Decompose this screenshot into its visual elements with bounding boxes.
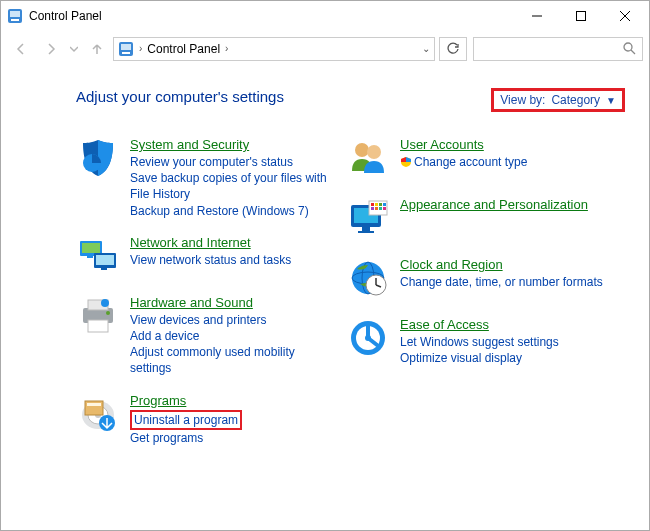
svg-rect-18: [101, 268, 107, 270]
control-panel-crumb-icon: [118, 41, 134, 57]
view-by-value: Category: [551, 93, 600, 107]
maximize-button[interactable]: [559, 2, 603, 30]
close-button[interactable]: [603, 2, 647, 30]
svg-rect-35: [358, 231, 374, 233]
category-title-link[interactable]: Hardware and Sound: [130, 295, 253, 310]
svg-rect-44: [383, 207, 386, 210]
svg-rect-38: [375, 203, 378, 206]
svg-rect-43: [379, 207, 382, 210]
network-icon: [76, 235, 120, 279]
svg-point-31: [367, 145, 381, 159]
task-link[interactable]: Change date, time, or number formats: [400, 274, 629, 290]
svg-rect-17: [87, 256, 93, 258]
svg-rect-28: [87, 403, 101, 406]
task-link[interactable]: Adjust commonly used mobility settings: [130, 344, 336, 376]
category-title-link[interactable]: Network and Internet: [130, 235, 251, 250]
address-dropdown-icon[interactable]: ⌄: [422, 43, 430, 54]
category-clock-region: Clock and Region Change date, time, or n…: [346, 257, 629, 301]
forward-button[interactable]: [37, 36, 65, 62]
clock-icon: [346, 257, 390, 301]
up-button[interactable]: [83, 36, 111, 62]
highlight-box: Uninstall a program: [130, 410, 242, 430]
svg-rect-21: [88, 320, 108, 332]
svg-rect-40: [383, 203, 386, 206]
task-link[interactable]: Change account type: [400, 154, 629, 170]
search-icon: [623, 42, 636, 55]
task-link[interactable]: Review your computer's status: [130, 154, 336, 170]
svg-rect-4: [577, 12, 586, 21]
svg-rect-16: [96, 255, 114, 265]
svg-rect-42: [375, 207, 378, 210]
task-link[interactable]: Let Windows suggest settings: [400, 334, 629, 350]
page-title: Adjust your computer's settings: [76, 88, 284, 105]
svg-rect-34: [362, 227, 370, 231]
task-link[interactable]: Optimize visual display: [400, 350, 629, 366]
appearance-icon: [346, 197, 390, 241]
user-accounts-icon: [346, 137, 390, 181]
task-link[interactable]: Backup and Restore (Windows 7): [130, 203, 336, 219]
category-programs: Programs Uninstall a program Get program…: [76, 393, 336, 446]
task-link[interactable]: View network status and tasks: [130, 252, 336, 268]
svg-rect-2: [11, 19, 19, 21]
category-title-link[interactable]: Programs: [130, 393, 186, 408]
uac-shield-icon: [400, 156, 412, 168]
task-link[interactable]: Get programs: [130, 430, 336, 446]
window-title: Control Panel: [29, 9, 515, 23]
category-title-link[interactable]: Clock and Region: [400, 257, 503, 272]
category-ease-of-access: Ease of Access Let Windows suggest setti…: [346, 317, 629, 366]
svg-rect-39: [379, 203, 382, 206]
svg-rect-1: [10, 11, 20, 17]
category-hardware-sound: Hardware and Sound View devices and prin…: [76, 295, 336, 377]
svg-point-10: [624, 43, 632, 51]
category-title-link[interactable]: Ease of Access: [400, 317, 489, 332]
svg-rect-9: [122, 52, 130, 54]
svg-rect-41: [371, 207, 374, 210]
category-title-link[interactable]: Appearance and Personalization: [400, 197, 588, 212]
minimize-button[interactable]: [515, 2, 559, 30]
svg-point-22: [106, 311, 110, 315]
category-title-link[interactable]: User Accounts: [400, 137, 484, 152]
category-appearance: Appearance and Personalization: [346, 197, 629, 241]
category-user-accounts: User Accounts Change account type: [346, 137, 629, 181]
recent-locations-dropdown[interactable]: [67, 36, 81, 62]
ease-of-access-icon: [346, 317, 390, 361]
task-link[interactable]: Add a device: [130, 328, 336, 344]
svg-rect-8: [121, 44, 131, 50]
svg-point-53: [365, 335, 371, 341]
search-input[interactable]: [473, 37, 643, 61]
category-network-internet: Network and Internet View network status…: [76, 235, 336, 279]
task-link[interactable]: Save backup copies of your files with Fi…: [130, 170, 336, 202]
view-by-selector[interactable]: View by: Category ▼: [491, 88, 625, 112]
nav-row: › Control Panel › ⌄: [1, 31, 649, 66]
crumb-chevron-icon[interactable]: ›: [139, 43, 142, 54]
svg-line-11: [631, 50, 635, 54]
view-by-label: View by:: [500, 93, 545, 107]
svg-point-30: [355, 143, 369, 157]
control-panel-titlebar-icon: [7, 8, 23, 24]
shield-icon: [76, 137, 120, 181]
back-button[interactable]: [7, 36, 35, 62]
svg-rect-14: [82, 243, 100, 253]
body: Adjust your computer's settings View by:…: [1, 66, 649, 530]
category-system-security: System and Security Review your computer…: [76, 137, 336, 219]
svg-point-23: [101, 299, 109, 307]
titlebar: Control Panel: [1, 1, 649, 31]
chevron-down-icon: ▼: [606, 95, 616, 106]
address-bar[interactable]: › Control Panel › ⌄: [113, 37, 435, 61]
breadcrumb[interactable]: Control Panel: [147, 42, 220, 56]
task-link[interactable]: View devices and printers: [130, 312, 336, 328]
refresh-button[interactable]: [439, 37, 467, 61]
programs-icon: [76, 393, 120, 437]
svg-rect-37: [371, 203, 374, 206]
task-link-uninstall-program[interactable]: Uninstall a program: [134, 413, 238, 427]
category-title-link[interactable]: System and Security: [130, 137, 249, 152]
crumb-chevron-icon[interactable]: ›: [225, 43, 228, 54]
printer-icon: [76, 295, 120, 339]
